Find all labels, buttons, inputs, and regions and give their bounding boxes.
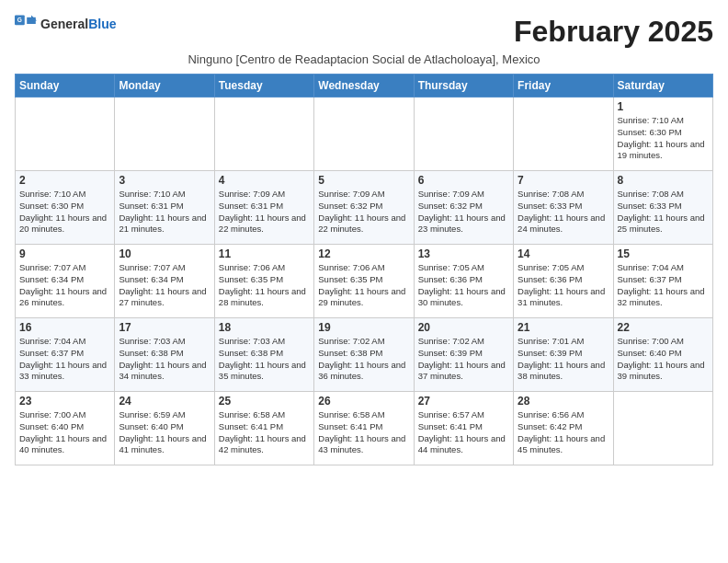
- day-info: Sunrise: 7:09 AMSunset: 6:31 PMDaylight:…: [219, 189, 310, 236]
- calendar-cell: [414, 98, 513, 171]
- page-title: February 2025: [514, 15, 713, 49]
- day-info: Sunrise: 7:05 AMSunset: 6:36 PMDaylight:…: [418, 262, 509, 309]
- day-number: 11: [219, 247, 310, 260]
- calendar-cell: 15Sunrise: 7:04 AMSunset: 6:37 PMDayligh…: [613, 245, 712, 318]
- calendar-cell: 10Sunrise: 7:07 AMSunset: 6:34 PMDayligh…: [115, 245, 214, 318]
- day-number: 17: [119, 321, 210, 334]
- day-number: 23: [19, 395, 110, 408]
- calendar-cell: 16Sunrise: 7:04 AMSunset: 6:37 PMDayligh…: [16, 318, 115, 392]
- day-info: Sunrise: 7:10 AMSunset: 6:30 PMDaylight:…: [19, 189, 110, 236]
- calendar-cell: 12Sunrise: 7:06 AMSunset: 6:35 PMDayligh…: [314, 245, 414, 318]
- calendar-cell: 28Sunrise: 6:56 AMSunset: 6:42 PMDayligh…: [514, 392, 613, 465]
- day-number: 28: [518, 395, 609, 408]
- day-number: 12: [318, 247, 409, 260]
- day-info: Sunrise: 6:58 AMSunset: 6:41 PMDaylight:…: [318, 409, 409, 456]
- day-number: 27: [418, 395, 509, 408]
- day-info: Sunrise: 6:57 AMSunset: 6:41 PMDaylight:…: [418, 409, 509, 456]
- calendar-cell: 17Sunrise: 7:03 AMSunset: 6:38 PMDayligh…: [115, 318, 214, 392]
- calendar-cell: 25Sunrise: 6:58 AMSunset: 6:41 PMDayligh…: [214, 392, 313, 465]
- svg-text:G: G: [17, 17, 22, 23]
- day-number: 5: [318, 174, 409, 187]
- day-info: Sunrise: 7:05 AMSunset: 6:36 PMDaylight:…: [518, 262, 609, 309]
- logo-blue: Blue: [88, 17, 116, 31]
- day-info: Sunrise: 7:09 AMSunset: 6:32 PMDaylight:…: [318, 189, 409, 236]
- day-number: 16: [19, 321, 110, 334]
- calendar-cell: 18Sunrise: 7:03 AMSunset: 6:38 PMDayligh…: [214, 318, 313, 392]
- calendar-cell: 23Sunrise: 7:00 AMSunset: 6:40 PMDayligh…: [16, 392, 115, 465]
- day-number: 3: [119, 174, 210, 187]
- day-number: 9: [19, 247, 110, 260]
- calendar-table: SundayMondayTuesdayWednesdayThursdayFrid…: [15, 74, 713, 465]
- calendar-cell: 7Sunrise: 7:08 AMSunset: 6:33 PMDaylight…: [514, 171, 613, 245]
- calendar-cell: 24Sunrise: 6:59 AMSunset: 6:40 PMDayligh…: [115, 392, 214, 465]
- day-number: 20: [418, 321, 509, 334]
- calendar-cell: 6Sunrise: 7:09 AMSunset: 6:32 PMDaylight…: [414, 171, 513, 245]
- day-info: Sunrise: 6:58 AMSunset: 6:41 PMDaylight:…: [219, 409, 310, 456]
- day-header-friday: Friday: [514, 75, 613, 98]
- day-header-thursday: Thursday: [414, 75, 513, 98]
- calendar-cell: [514, 98, 613, 171]
- calendar-cell: [115, 98, 214, 171]
- day-number: 1: [618, 100, 709, 113]
- day-info: Sunrise: 7:01 AMSunset: 6:39 PMDaylight:…: [518, 336, 609, 383]
- calendar-cell: 26Sunrise: 6:58 AMSunset: 6:41 PMDayligh…: [314, 392, 414, 465]
- calendar-cell: [16, 98, 115, 171]
- day-info: Sunrise: 7:10 AMSunset: 6:30 PMDaylight:…: [618, 115, 709, 162]
- calendar-cell: 20Sunrise: 7:02 AMSunset: 6:39 PMDayligh…: [414, 318, 513, 392]
- calendar-cell: 2Sunrise: 7:10 AMSunset: 6:30 PMDaylight…: [16, 171, 115, 245]
- calendar-cell: [613, 392, 712, 465]
- subtitle: Ninguno [Centro de Readaptacion Social d…: [15, 52, 713, 66]
- logo: G GeneralBlue: [15, 15, 116, 33]
- day-number: 6: [418, 174, 509, 187]
- day-number: 25: [219, 395, 310, 408]
- day-number: 7: [518, 174, 609, 187]
- calendar-cell: 5Sunrise: 7:09 AMSunset: 6:32 PMDaylight…: [314, 171, 414, 245]
- day-info: Sunrise: 6:56 AMSunset: 6:42 PMDaylight:…: [518, 409, 609, 456]
- day-info: Sunrise: 7:06 AMSunset: 6:35 PMDaylight:…: [219, 262, 310, 309]
- day-info: Sunrise: 7:04 AMSunset: 6:37 PMDaylight:…: [19, 336, 110, 383]
- day-number: 19: [318, 321, 409, 334]
- calendar-cell: 13Sunrise: 7:05 AMSunset: 6:36 PMDayligh…: [414, 245, 513, 318]
- day-header-sunday: Sunday: [16, 75, 115, 98]
- day-number: 26: [318, 395, 409, 408]
- day-info: Sunrise: 7:08 AMSunset: 6:33 PMDaylight:…: [618, 189, 709, 236]
- day-number: 8: [618, 174, 709, 187]
- calendar-cell: 1Sunrise: 7:10 AMSunset: 6:30 PMDaylight…: [613, 98, 712, 171]
- day-info: Sunrise: 7:04 AMSunset: 6:37 PMDaylight:…: [618, 262, 709, 309]
- day-number: 15: [618, 247, 709, 260]
- day-header-tuesday: Tuesday: [214, 75, 313, 98]
- day-number: 22: [618, 321, 709, 334]
- day-number: 10: [119, 247, 210, 260]
- day-number: 18: [219, 321, 310, 334]
- calendar-cell: [214, 98, 313, 171]
- day-number: 21: [518, 321, 609, 334]
- day-number: 13: [418, 247, 509, 260]
- day-info: Sunrise: 7:02 AMSunset: 6:38 PMDaylight:…: [318, 336, 409, 383]
- calendar-cell: 19Sunrise: 7:02 AMSunset: 6:38 PMDayligh…: [314, 318, 414, 392]
- calendar-cell: [314, 98, 414, 171]
- day-header-saturday: Saturday: [613, 75, 712, 98]
- day-info: Sunrise: 7:00 AMSunset: 6:40 PMDaylight:…: [618, 336, 709, 383]
- calendar-cell: 9Sunrise: 7:07 AMSunset: 6:34 PMDaylight…: [16, 245, 115, 318]
- logo-icon: G: [15, 15, 37, 33]
- calendar-cell: 14Sunrise: 7:05 AMSunset: 6:36 PMDayligh…: [514, 245, 613, 318]
- day-info: Sunrise: 7:03 AMSunset: 6:38 PMDaylight:…: [219, 336, 310, 383]
- day-info: Sunrise: 7:08 AMSunset: 6:33 PMDaylight:…: [518, 189, 609, 236]
- day-info: Sunrise: 7:09 AMSunset: 6:32 PMDaylight:…: [418, 189, 509, 236]
- calendar-cell: 11Sunrise: 7:06 AMSunset: 6:35 PMDayligh…: [214, 245, 313, 318]
- day-info: Sunrise: 7:03 AMSunset: 6:38 PMDaylight:…: [119, 336, 210, 383]
- calendar-cell: 21Sunrise: 7:01 AMSunset: 6:39 PMDayligh…: [514, 318, 613, 392]
- day-info: Sunrise: 7:06 AMSunset: 6:35 PMDaylight:…: [318, 262, 409, 309]
- day-info: Sunrise: 7:07 AMSunset: 6:34 PMDaylight:…: [19, 262, 110, 309]
- calendar-cell: 3Sunrise: 7:10 AMSunset: 6:31 PMDaylight…: [115, 171, 214, 245]
- calendar-cell: 8Sunrise: 7:08 AMSunset: 6:33 PMDaylight…: [613, 171, 712, 245]
- day-number: 2: [19, 174, 110, 187]
- calendar-cell: 4Sunrise: 7:09 AMSunset: 6:31 PMDaylight…: [214, 171, 313, 245]
- day-info: Sunrise: 6:59 AMSunset: 6:40 PMDaylight:…: [119, 409, 210, 456]
- day-info: Sunrise: 7:07 AMSunset: 6:34 PMDaylight:…: [119, 262, 210, 309]
- day-number: 4: [219, 174, 310, 187]
- day-number: 24: [119, 395, 210, 408]
- day-header-wednesday: Wednesday: [314, 75, 414, 98]
- calendar-cell: 27Sunrise: 6:57 AMSunset: 6:41 PMDayligh…: [414, 392, 513, 465]
- day-number: 14: [518, 247, 609, 260]
